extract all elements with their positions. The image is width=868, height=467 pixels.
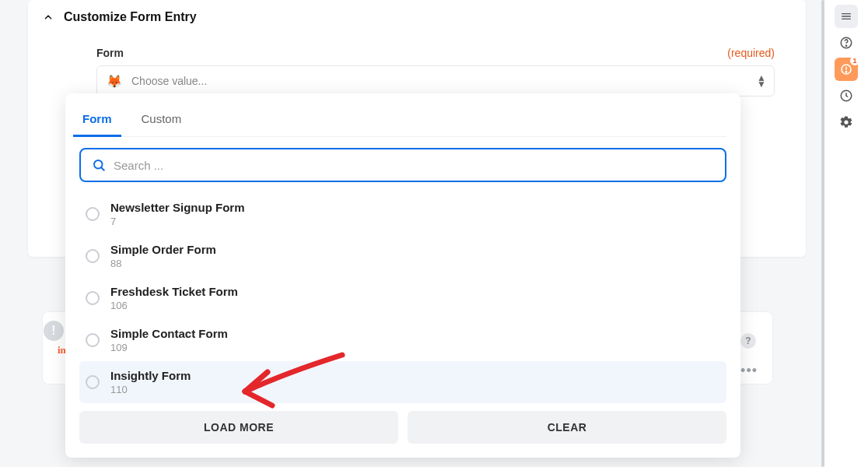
option-id: 88 (110, 258, 216, 269)
help-icon[interactable]: ? (740, 333, 756, 349)
svg-point-6 (845, 45, 846, 46)
option-newsletter-signup[interactable]: Newsletter Signup Form 7 (79, 193, 726, 235)
clear-button[interactable]: CLEAR (408, 411, 726, 444)
radio-icon (86, 291, 100, 305)
wpforms-icon: 🦊 (105, 72, 124, 90)
form-select[interactable]: 🦊 Choose value... ▲▼ (96, 65, 775, 97)
select-placeholder: Choose value... (131, 75, 757, 87)
required-indicator: (required) (727, 47, 775, 59)
option-title: Simple Contact Form (110, 327, 228, 340)
svg-point-9 (845, 72, 846, 72)
option-id: 7 (110, 216, 245, 227)
option-id: 109 (110, 342, 228, 353)
alert-icon[interactable]: 1 (835, 58, 858, 81)
search-field-wrapper[interactable] (79, 148, 726, 182)
clock-icon[interactable] (835, 84, 858, 107)
radio-icon (86, 207, 100, 221)
load-more-button[interactable]: LOAD MORE (79, 411, 398, 444)
option-id: 110 (110, 384, 191, 395)
option-simple-order[interactable]: Simple Order Form 88 (79, 235, 726, 277)
option-simple-contact[interactable]: Simple Contact Form 109 (79, 319, 726, 361)
more-menu-icon[interactable]: ••• (740, 363, 758, 379)
option-id: 106 (110, 300, 238, 311)
radio-icon (86, 333, 100, 347)
options-list: Newsletter Signup Form 7 Simple Order Fo… (79, 193, 726, 403)
tab-custom[interactable]: Custom (138, 106, 185, 136)
radio-icon (86, 375, 100, 389)
panel-title: Customize Form Entry (64, 10, 197, 24)
search-input[interactable] (114, 159, 714, 172)
radio-icon (86, 249, 100, 263)
option-insightly[interactable]: Insightly Form 110 (79, 361, 726, 403)
collapse-toggle[interactable] (40, 9, 56, 25)
option-title: Newsletter Signup Form (110, 201, 245, 214)
form-dropdown-popover: Form Custom Newsletter Signup Form 7 Sim… (65, 93, 740, 458)
option-title: Insightly Form (110, 369, 191, 382)
option-freshdesk-ticket[interactable]: Freshdesk Ticket Form 106 (79, 277, 726, 319)
option-title: Freshdesk Ticket Form (110, 285, 238, 298)
chevron-updown-icon: ▲▼ (757, 75, 766, 88)
dropdown-tabs: Form Custom (79, 106, 726, 137)
tab-form[interactable]: Form (79, 106, 115, 136)
help-icon[interactable] (835, 31, 858, 54)
alert-badge: 1 (850, 56, 859, 65)
menu-icon[interactable] (835, 5, 858, 28)
right-sidebar: 1 (824, 0, 868, 467)
search-icon (92, 158, 106, 172)
gear-icon[interactable] (835, 111, 858, 134)
option-title: Simple Order Form (110, 243, 216, 256)
form-field-label: Form (96, 47, 124, 59)
svg-line-1 (101, 167, 103, 170)
warning-badge: ! (44, 321, 64, 341)
